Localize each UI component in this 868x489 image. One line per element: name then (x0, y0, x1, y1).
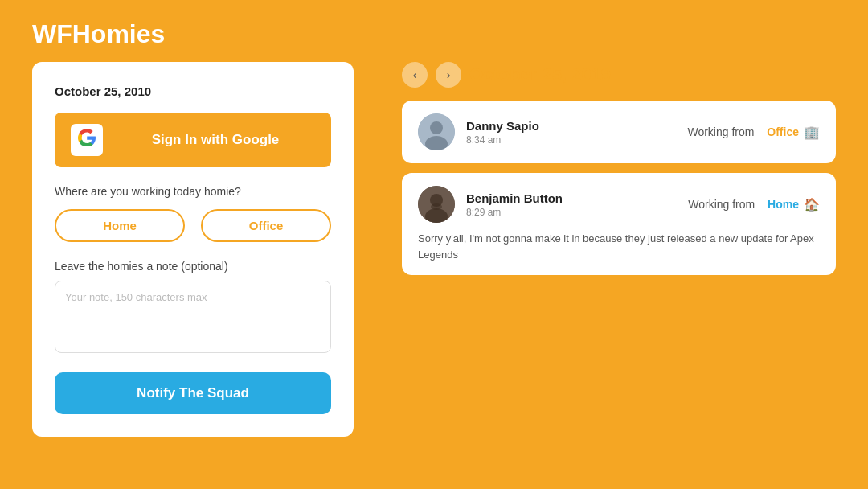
member-time-danny: 8:34 am (466, 134, 676, 146)
member-name-ben: Benjamin Button (466, 191, 677, 205)
google-icon (71, 124, 103, 156)
note-label: Leave the homies a note (optional) (55, 260, 331, 273)
working-status-danny: Working from Office 🏢 (687, 125, 820, 140)
nav-date-label: October 25, 2019 (469, 64, 611, 85)
notify-squad-button[interactable]: Notify The Squad (55, 372, 331, 414)
date-nav: ‹ › October 25, 2019 (402, 62, 836, 88)
avatar-danny (418, 113, 455, 150)
right-panel: ‹ › October 25, 2019 Danny Sapio 8:34 am (402, 62, 836, 285)
svg-point-6 (431, 203, 442, 210)
location-ben: Home (768, 198, 799, 211)
avatar-ben (418, 186, 455, 223)
working-status-ben: Working from Home 🏠 (688, 197, 820, 212)
left-panel-date: October 25, 2010 (55, 84, 331, 98)
location-button-group: Home Office (55, 209, 331, 242)
member-name-danny: Danny Sapio (466, 119, 676, 133)
note-textarea[interactable] (55, 281, 331, 353)
member-info-danny: Danny Sapio 8:34 am (466, 119, 676, 146)
left-panel: October 25, 2010 Sign In with Google Whe… (32, 62, 354, 437)
office-button[interactable]: Office (201, 209, 331, 242)
prev-date-button[interactable]: ‹ (402, 62, 428, 88)
google-signin-button[interactable]: Sign In with Google (55, 113, 331, 167)
home-button[interactable]: Home (55, 209, 185, 242)
team-card-ben: Benjamin Button 8:29 am Working from Hom… (402, 173, 836, 275)
next-date-button[interactable]: › (436, 62, 461, 88)
office-icon-danny: 🏢 (804, 125, 820, 140)
member-note-ben: Sorry y'all, I'm not gonna make it in be… (418, 231, 820, 262)
app-title: WFHomies (0, 0, 868, 62)
location-danny: Office (767, 125, 799, 138)
main-content: October 25, 2010 Sign In with Google Whe… (0, 62, 868, 437)
member-info-ben: Benjamin Button 8:29 am (466, 191, 677, 218)
location-question: Where are you working today homie? (55, 185, 331, 198)
member-time-ben: 8:29 am (466, 207, 677, 218)
team-card-danny: Danny Sapio 8:34 am Working from Office … (402, 101, 836, 163)
home-icon-ben: 🏠 (804, 197, 820, 212)
google-signin-label: Sign In with Google (116, 132, 315, 148)
svg-point-1 (430, 121, 443, 134)
